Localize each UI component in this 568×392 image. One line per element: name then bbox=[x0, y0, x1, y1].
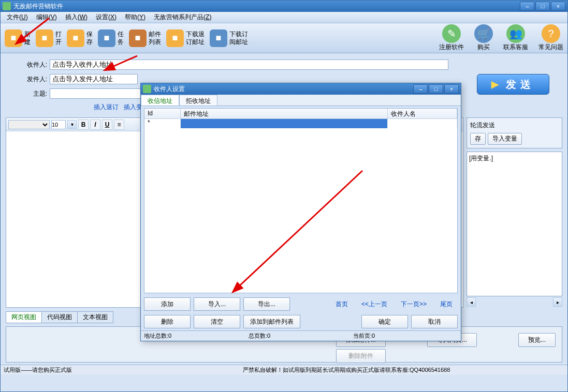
clear-button[interactable]: 清空 bbox=[194, 315, 240, 328]
sender-label: 发件人: bbox=[21, 75, 47, 84]
status-left: 试用版——请您购买正式版 bbox=[4, 366, 72, 374]
table-header: Id 邮件地址 收件人名 bbox=[144, 109, 457, 119]
toolbar-buy[interactable]: 🛒购买 bbox=[474, 24, 493, 52]
dialog-button-row-1: 添加 导入... 导出... 首页 <<上一页 下一页>> 尾页 bbox=[144, 297, 458, 311]
menu-X[interactable]: 设置(X) bbox=[92, 12, 121, 23]
col-name[interactable]: 收件人名 bbox=[388, 109, 457, 118]
variable-list[interactable]: [用变量.] bbox=[467, 152, 562, 296]
dialog-tab-1[interactable]: 拒收地址 bbox=[179, 95, 217, 105]
toolbar: ■新建■打开■保存■任务■邮件列表■下载退订邮址■下载订阅邮址 ✎注册软件🛒购买… bbox=[1, 23, 567, 53]
toolbar-open[interactable]: ■打开 bbox=[36, 29, 62, 47]
remove-attachment-button[interactable]: 删除附件 bbox=[336, 349, 386, 363]
status-current: 当前页:0 bbox=[353, 332, 458, 340]
import-var-button[interactable]: 导入变量 bbox=[488, 133, 522, 145]
menu-W[interactable]: 插入(W) bbox=[61, 12, 92, 23]
scroll-right[interactable]: ▸ bbox=[553, 297, 562, 307]
toolbar-save[interactable]: ■保存 bbox=[67, 29, 93, 47]
dialog-tab-0[interactable]: 收信地址 bbox=[141, 95, 179, 105]
toolbar-download-sub[interactable]: ■下载订阅邮址 bbox=[210, 29, 248, 47]
nav-first[interactable]: 首页 bbox=[336, 300, 348, 309]
view-tab-0[interactable]: 网页视图 bbox=[6, 311, 42, 323]
faq-icon: ? bbox=[542, 24, 560, 43]
col-id[interactable]: Id bbox=[144, 109, 181, 118]
status-right: 严禁私自破解！如试用版到期延长试用期或购买正式版请联系客服:QQ40065416… bbox=[243, 366, 450, 374]
col-email[interactable]: 邮件地址 bbox=[181, 109, 388, 118]
dialog-minimize[interactable]: ‒ bbox=[413, 84, 428, 94]
new-icon: ■ bbox=[5, 29, 22, 47]
recipient-settings-dialog: 收件人设置 ‒ □ × 收信地址拒收地址 Id 邮件地址 收件人名 * 添加 导… bbox=[140, 83, 461, 341]
scroll-left[interactable]: ◂ bbox=[467, 297, 476, 307]
preview-button[interactable]: 预览... bbox=[518, 333, 556, 347]
menu-Y[interactable]: 帮助(Y) bbox=[121, 12, 150, 23]
toolbar-download-unsub[interactable]: ■下载退订邮址 bbox=[166, 29, 205, 47]
bold-button[interactable]: B bbox=[78, 119, 89, 130]
delete-button[interactable]: 删除 bbox=[144, 315, 191, 328]
subject-label: 主题: bbox=[21, 89, 47, 98]
play-icon: ▶ bbox=[491, 79, 503, 90]
save-icon: ■ bbox=[67, 29, 84, 47]
nav-last[interactable]: 尾页 bbox=[440, 300, 453, 309]
view-tab-2[interactable]: 文本视图 bbox=[77, 311, 113, 323]
dialog-body: Id 邮件地址 收件人名 * 添加 导入... 导出... 首页 <<上一页 下… bbox=[141, 106, 461, 330]
align-button[interactable]: ≡ bbox=[114, 119, 124, 130]
register-icon: ✎ bbox=[442, 24, 461, 43]
toolbar-contact[interactable]: 👥联系客服 bbox=[503, 24, 528, 52]
maximize-button[interactable]: □ bbox=[535, 2, 550, 11]
side-save-button[interactable]: 存 bbox=[470, 133, 486, 145]
minimize-button[interactable]: ‒ bbox=[520, 2, 534, 11]
toolbar-register[interactable]: ✎注册软件 bbox=[439, 24, 464, 52]
dialog-titlebar: 收件人设置 ‒ □ × bbox=[141, 83, 461, 95]
view-tab-1[interactable]: 代码视图 bbox=[41, 311, 78, 323]
toolbar-mail-list[interactable]: ■邮件列表 bbox=[129, 29, 161, 47]
dialog-tabs: 收信地址拒收地址 bbox=[141, 95, 461, 106]
font-family-select[interactable] bbox=[8, 120, 50, 129]
toolbar-task[interactable]: ■任务 bbox=[98, 29, 124, 47]
download-sub-icon: ■ bbox=[210, 29, 227, 47]
underline-button[interactable]: U bbox=[102, 119, 112, 130]
contact-icon: 👥 bbox=[506, 24, 525, 43]
window-title: 无敌邮件营销软件 bbox=[13, 2, 519, 11]
close-button[interactable]: × bbox=[551, 2, 565, 11]
toolbar-new[interactable]: ■新建 bbox=[5, 29, 31, 47]
download-unsub-icon: ■ bbox=[166, 29, 184, 47]
buy-icon: 🛒 bbox=[474, 24, 493, 43]
insert-unsub-link[interactable]: 插入退订 bbox=[94, 103, 119, 112]
titlebar: 无敌邮件营销软件 ‒ □ × bbox=[1, 1, 567, 12]
dialog-statusbar: 地址总数:0 总页数:0 当前页:0 bbox=[141, 330, 461, 341]
toolbar-faq[interactable]: ?常见问题 bbox=[538, 24, 563, 52]
font-size-spinner[interactable]: ▾ bbox=[67, 120, 77, 129]
address-table[interactable]: Id 邮件地址 收件人名 * bbox=[144, 108, 458, 293]
mail-list-icon: ■ bbox=[129, 29, 147, 47]
cancel-button[interactable]: 取消 bbox=[411, 315, 458, 328]
task-icon: ■ bbox=[98, 29, 115, 47]
font-size-input[interactable] bbox=[51, 120, 66, 129]
menu-V[interactable]: 编辑(V) bbox=[32, 12, 61, 23]
side-panel: 轮流发送 存 导入变量 [用变量.] ◂ ▸ bbox=[467, 117, 562, 308]
recipient-input[interactable] bbox=[50, 59, 448, 70]
dialog-close[interactable]: × bbox=[444, 84, 459, 94]
nav-prev[interactable]: <<上一页 bbox=[361, 300, 387, 309]
menu-U[interactable]: 文件(U) bbox=[3, 12, 32, 23]
rotation-box: 轮流发送 存 导入变量 bbox=[467, 117, 562, 148]
export-button[interactable]: 导出... bbox=[243, 297, 290, 311]
dialog-icon bbox=[143, 85, 151, 93]
status-pages: 总页数:0 bbox=[249, 332, 353, 340]
import-button[interactable]: 导入... bbox=[194, 297, 240, 311]
table-row[interactable]: * bbox=[144, 119, 457, 128]
dialog-maximize[interactable]: □ bbox=[429, 84, 443, 94]
variable-item: [用变量.] bbox=[469, 154, 560, 163]
open-icon: ■ bbox=[36, 29, 53, 47]
menu-Z[interactable]: 无敌营销系列产品(Z) bbox=[150, 12, 215, 23]
add-button[interactable]: 添加 bbox=[144, 297, 191, 311]
recipient-label: 收件人: bbox=[21, 61, 47, 69]
send-button[interactable]: ▶ 发送 bbox=[477, 74, 549, 95]
sender-input[interactable] bbox=[50, 74, 138, 84]
ok-button[interactable]: 确定 bbox=[361, 315, 408, 328]
nav-next[interactable]: 下一页>> bbox=[401, 300, 427, 309]
app-icon bbox=[3, 2, 11, 10]
toolbar-right: ✎注册软件🛒购买👥联系客服?常见问题 bbox=[429, 24, 563, 52]
italic-button[interactable]: I bbox=[90, 119, 100, 130]
add-to-list-button[interactable]: 添加到邮件列表 bbox=[243, 315, 300, 328]
dialog-button-row-2: 删除 清空 添加到邮件列表 确定 取消 bbox=[144, 315, 458, 328]
rotation-title: 轮流发送 bbox=[470, 121, 559, 130]
